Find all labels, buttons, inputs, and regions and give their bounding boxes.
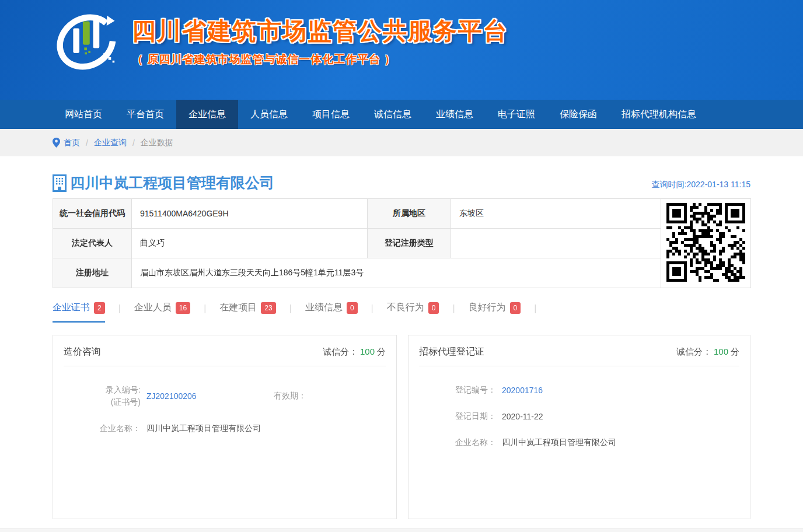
tab-separator: | (204, 303, 206, 321)
breadcrumb-home-link[interactable]: 首页 (64, 138, 80, 148)
building-icon (53, 174, 67, 192)
footer-strip (0, 529, 803, 532)
nav-item-project-info[interactable]: 项目信息 (300, 100, 362, 129)
credit-score: 诚信分：100分 (323, 346, 386, 358)
count-badge: 0 (428, 302, 439, 314)
credit-code-value: 91511400MA6420GE9H (132, 199, 368, 229)
qr-code (666, 203, 745, 282)
card-title: 造价咨询 (64, 346, 101, 358)
nav-item-credit-info[interactable]: 诚信信息 (362, 100, 424, 129)
nav-item-bidding-agency-info[interactable]: 招标代理机构信息 (609, 100, 708, 129)
nav-item-website-home[interactable]: 网站首页 (53, 100, 114, 129)
count-badge: 23 (261, 302, 275, 314)
company-name-value: 四川中岚工程项目管理有限公司 (146, 424, 261, 434)
score-label: 诚信分： (323, 346, 358, 356)
site-logo-icon (53, 7, 121, 77)
score-value: 100 (360, 346, 375, 356)
nav-item-enterprise-info[interactable]: 企业信息 (176, 100, 238, 129)
count-badge: 0 (347, 302, 358, 314)
qr-cell (661, 199, 751, 288)
score-unit: 分 (731, 346, 739, 356)
breadcrumb: 首页 / 企业查询 / 企业数据 (53, 129, 750, 156)
table-row: 注册地址 眉山市东坡区眉州大道东三段天天向上186号5幢1单元11层3号 (53, 258, 751, 288)
count-badge: 0 (510, 302, 521, 314)
certificate-card-cost-consulting: 造价咨询 诚信分：100分 录入编号: (证书号) ZJ202100206 有效… (53, 335, 397, 519)
tab-enterprise-certificates[interactable]: 企业证书 2 (53, 302, 105, 323)
registration-date-label: 登记日期： (409, 410, 496, 422)
tab-label: 企业人员 (134, 302, 172, 314)
nav-item-platform-home[interactable]: 平台首页 (114, 100, 176, 129)
nav-item-e-certificate[interactable]: 电子证照 (486, 100, 547, 129)
tab-performance-info[interactable]: 业绩信息 0 (305, 302, 358, 323)
tab-label: 不良行为 (387, 302, 424, 314)
score-unit: 分 (377, 346, 386, 356)
card-title: 招标代理登记证 (419, 346, 484, 358)
tab-projects-in-progress[interactable]: 在建项目 23 (219, 302, 275, 323)
credit-code-label: 统一社会信用代码 (53, 199, 132, 229)
company-info-table: 统一社会信用代码 91511400MA6420GE9H 所属地区 东坡区 法定代… (53, 198, 751, 288)
company-name-label: 企业名称： (409, 436, 496, 449)
tab-label: 企业证书 (53, 302, 90, 314)
score-value: 100 (714, 346, 728, 356)
location-pin-icon (53, 138, 60, 148)
registration-number-label: 登记编号： (409, 384, 496, 396)
company-name-value: 四川中岚工程项目管理有限公司 (502, 438, 616, 448)
region-value: 东坡区 (451, 199, 661, 229)
tab-good-behavior[interactable]: 良好行为 0 (469, 302, 521, 323)
breadcrumb-separator: / (86, 138, 88, 148)
main-content: 四川中岚工程项目管理有限公司 查询时间:2022-01-13 11:15 统一社… (53, 172, 750, 519)
count-badge: 16 (176, 302, 190, 314)
page-title: 四川中岚工程项目管理有限公司 (70, 173, 274, 192)
nav-item-insurance-guarantee[interactable]: 保险保函 (547, 100, 609, 129)
credit-score: 诚信分：100分 (676, 346, 739, 358)
validity-label: 有效期： (274, 391, 306, 401)
registration-number-link[interactable]: 202001716 (502, 386, 543, 395)
legal-representative-value: 曲义巧 (132, 229, 368, 258)
tab-label: 良好行为 (469, 302, 506, 314)
tab-enterprise-personnel[interactable]: 企业人员 16 (134, 302, 190, 323)
registered-address-label: 注册地址 (53, 258, 132, 288)
table-row: 统一社会信用代码 91511400MA6420GE9H 所属地区 东坡区 (53, 199, 751, 229)
query-time: 查询时间:2022-01-13 11:15 (652, 180, 750, 192)
registered-address-value: 眉山市东坡区眉州大道东三段天天向上186号5幢1单元11层3号 (132, 258, 661, 288)
main-nav: 网站首页 平台首页 企业信息 人员信息 项目信息 诚信信息 业绩信息 电子证照 … (0, 100, 803, 129)
entry-number-label: 录入编号: (证书号) (53, 384, 141, 408)
registration-type-value (451, 229, 661, 258)
tab-bar: 企业证书 2 | 企业人员 16 | 在建项目 23 | 业绩信息 0 | 不良… (53, 301, 750, 323)
registration-date-value: 2020-11-22 (502, 412, 543, 421)
count-badge: 2 (94, 302, 105, 314)
score-label: 诚信分： (676, 346, 711, 356)
tab-label: 在建项目 (219, 302, 257, 314)
company-name-label: 企业名称： (53, 422, 141, 435)
company-title-row: 四川中岚工程项目管理有限公司 (53, 173, 274, 192)
tab-separator: | (118, 303, 121, 321)
certificate-card-bidding-agency: 招标代理登记证 诚信分：100分 登记编号： 202001716 登记日期： 2… (408, 335, 750, 519)
breadcrumb-separator: / (132, 138, 135, 148)
table-row: 法定代表人 曲义巧 登记注册类型 (53, 229, 751, 258)
tab-separator: | (534, 303, 536, 321)
breadcrumb-current: 企业数据 (141, 138, 173, 148)
site-subtitle: （ 原四川省建筑市场监管与诚信一体化工作平台 ） (132, 52, 508, 67)
site-title: 四川省建筑市场监管公共服务平台 (132, 15, 508, 47)
tab-separator: | (371, 303, 373, 321)
certificate-number-link[interactable]: ZJ202100206 (146, 391, 240, 401)
breadcrumb-bar: 首页 / 企业查询 / 企业数据 (0, 129, 803, 156)
region-label: 所属地区 (368, 199, 451, 229)
breadcrumb-enterprise-search-link[interactable]: 企业查询 (94, 138, 127, 148)
tab-bad-behavior[interactable]: 不良行为 0 (387, 302, 439, 323)
tab-label: 业绩信息 (305, 302, 343, 314)
nav-item-personnel-info[interactable]: 人员信息 (238, 100, 300, 129)
tab-separator: | (452, 303, 455, 321)
legal-representative-label: 法定代表人 (53, 229, 132, 258)
tab-separator: | (289, 303, 292, 321)
site-header: 四川省建筑市场监管公共服务平台 （ 原四川省建筑市场监管与诚信一体化工作平台 ） (0, 0, 803, 100)
registration-type-label: 登记注册类型 (368, 229, 451, 258)
nav-item-performance-info[interactable]: 业绩信息 (424, 100, 486, 129)
